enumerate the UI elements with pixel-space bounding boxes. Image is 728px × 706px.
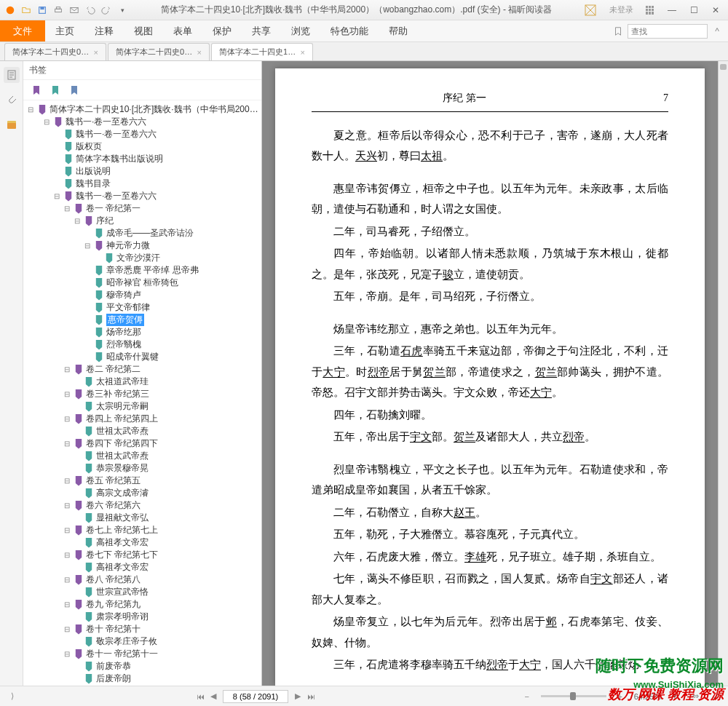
tree-item[interactable]: ⊟卷七上 帝纪第七上 <box>25 524 260 536</box>
tree-item[interactable]: 魏书目录 <box>25 178 260 190</box>
dropdown-icon[interactable]: ▾ <box>115 3 130 17</box>
tree-item[interactable]: 章帝悉鹿 平帝绰 思帝弗 <box>25 264 260 277</box>
tree-item[interactable]: ⊟卷一 帝纪第一 <box>25 202 260 215</box>
menu-help[interactable]: 帮助 <box>379 20 418 41</box>
file-tab[interactable]: 文件 <box>0 20 45 41</box>
tree-item[interactable]: 前废帝恭 <box>25 660 260 673</box>
last-page-icon[interactable]: ⏭ <box>304 690 317 703</box>
tree-item[interactable]: ⊟卷五 帝纪第五 <box>25 475 260 487</box>
tree-item[interactable]: ⊟卷二 帝纪第二 <box>25 363 260 376</box>
save-icon[interactable] <box>35 3 50 17</box>
expand-sidebar-icon[interactable]: ⟩ <box>6 690 19 703</box>
tree-item[interactable]: 后废帝朗 <box>25 673 260 685</box>
first-page-icon[interactable]: ⏮ <box>194 690 207 703</box>
tree-item[interactable]: 出帝修 <box>25 685 260 686</box>
tree-item[interactable]: 版权页 <box>25 140 260 153</box>
document-view[interactable]: 序纪 第一 7 夏之意。桓帝后以帝得众心，恐不利于己子，害帝，遂崩，大人死者数十… <box>262 61 718 686</box>
tree-item[interactable]: 高祖孝文帝宏 <box>25 561 260 574</box>
collapse-ribbon-icon[interactable]: ^ <box>711 25 724 38</box>
tab-close-icon[interactable]: × <box>301 48 305 57</box>
page-number-input[interactable] <box>223 690 288 703</box>
tree-item[interactable]: 敬宗孝庄帝子攸 <box>25 635 260 648</box>
close-icon[interactable]: ✕ <box>706 3 725 17</box>
doc-tab[interactable]: 简体字本二十四史07·[...× <box>108 43 210 60</box>
tree-item[interactable]: 烈帝翳槐 <box>25 338 260 351</box>
tree-item[interactable]: ⊟卷四下 帝纪第四下 <box>25 437 260 450</box>
tree-item[interactable]: 恭宗景穆帝晃 <box>25 462 260 475</box>
tree-item[interactable]: ⊟卷七下 帝纪第七下 <box>25 549 260 561</box>
tree-item[interactable]: ⊟神元帝力微 <box>25 239 260 252</box>
prev-page-icon[interactable]: ◀ <box>207 690 220 703</box>
tree-item[interactable]: 太祖道武帝珪 <box>25 376 260 388</box>
doc-tab-active[interactable]: 简体字本二十四史10·[北...× <box>211 43 313 60</box>
menu-share[interactable]: 共享 <box>242 20 281 41</box>
tree-item[interactable]: ⊟魏书一·卷一至卷六六 <box>25 190 260 202</box>
tab-close-icon[interactable]: × <box>197 48 202 57</box>
tab-close-icon[interactable]: × <box>94 48 98 57</box>
tree-item[interactable]: 昭帝禄官 桓帝猗㐌 <box>25 277 260 289</box>
search-box[interactable] <box>628 24 708 39</box>
undo-icon[interactable] <box>83 3 98 17</box>
login-status[interactable]: 未登录 <box>605 4 638 15</box>
tree-item[interactable]: ⊟卷九 帝纪第九 <box>25 598 260 611</box>
menu-annotate[interactable]: 注释 <box>84 20 124 41</box>
tree-item[interactable]: 魏书一·卷一至卷六六 <box>25 128 260 140</box>
tree-item[interactable]: 昭成帝什翼犍 <box>25 351 260 363</box>
doc-tab[interactable]: 简体字本二十四史02·[...× <box>4 43 106 60</box>
menu-home[interactable]: 主页 <box>45 20 84 41</box>
zoom-knob[interactable] <box>570 692 576 700</box>
tree-item[interactable]: 显祖献文帝弘 <box>25 512 260 524</box>
add-bookmark-icon[interactable] <box>50 84 61 96</box>
tree-item[interactable]: 出版说明 <box>25 165 260 178</box>
tree-root[interactable]: ⊟简体字本二十四史10·[北齐]魏收·魏书（中华书局2000）... <box>25 103 260 116</box>
bookmarks-panel-icon[interactable] <box>4 67 20 83</box>
tree-item[interactable]: 世祖太武帝焘 <box>25 425 260 437</box>
tree-item[interactable]: 穆帝猗卢 <box>25 289 260 301</box>
tree-item[interactable]: 高祖孝文帝宏 <box>25 536 260 549</box>
menu-browse[interactable]: 浏览 <box>281 20 320 41</box>
tree-item[interactable]: ⊟卷十一 帝纪第十一 <box>25 648 260 660</box>
zoom-out-icon[interactable]: − <box>521 690 534 703</box>
tree-item[interactable]: 文帝沙漠汗 <box>25 252 260 264</box>
tree-item[interactable]: ⊟卷三补 帝纪第三 <box>25 388 260 400</box>
tree-item[interactable]: 世宗宣武帝恪 <box>25 586 260 598</box>
menu-features[interactable]: 特色功能 <box>320 20 379 41</box>
special-box-icon[interactable] <box>583 3 602 17</box>
attachments-icon[interactable] <box>4 92 20 108</box>
tree-item[interactable]: ⊟卷八 帝纪第八 <box>25 574 260 586</box>
apps-icon[interactable] <box>641 3 660 17</box>
search-input[interactable] <box>631 27 704 36</box>
minimize-icon[interactable]: — <box>662 3 681 17</box>
tree-item[interactable]: 肃宗孝明帝诩 <box>25 611 260 623</box>
email-icon[interactable] <box>67 3 82 17</box>
scrollbar-thumb[interactable] <box>720 64 727 70</box>
tree-item[interactable]: 惠帝贺傉 <box>25 314 260 326</box>
tree-item[interactable]: 世祖太武帝焘 <box>25 450 260 462</box>
tree-item[interactable]: ⊟卷十 帝纪第十 <box>25 623 260 635</box>
next-page-icon[interactable]: ▶ <box>291 690 304 703</box>
print-icon[interactable] <box>51 3 66 17</box>
zoom-slider[interactable] <box>541 695 606 697</box>
tree-item[interactable]: 简体字本魏书出版说明 <box>25 153 260 165</box>
vertical-scrollbar[interactable] <box>718 61 728 686</box>
menu-form[interactable]: 表单 <box>163 20 202 41</box>
bookmark-tree[interactable]: ⊟简体字本二十四史10·[北齐]魏收·魏书（中华书局2000）...⊟魏书一·卷… <box>23 100 261 686</box>
tree-item[interactable]: 平文帝郁律 <box>25 301 260 314</box>
menu-protect[interactable]: 保护 <box>202 20 242 41</box>
tree-item[interactable]: 高宗文成帝濬 <box>25 487 260 499</box>
bookmark-icon[interactable] <box>612 25 625 38</box>
tree-item[interactable]: 炀帝纥那 <box>25 326 260 338</box>
maximize-icon[interactable]: ☐ <box>684 3 703 17</box>
tree-item[interactable]: ⊟卷六 帝纪第六 <box>25 499 260 512</box>
tree-item[interactable]: 成帝毛——圣武帝诘汾 <box>25 227 260 239</box>
redo-icon[interactable] <box>99 3 114 17</box>
tree-item[interactable]: ⊟魏书一·卷一至卷六六 <box>25 116 260 128</box>
tree-item[interactable]: ⊟序纪 <box>25 215 260 227</box>
expand-all-icon[interactable] <box>31 84 42 96</box>
tree-item[interactable]: 太宗明元帝嗣 <box>25 400 260 413</box>
delete-bookmark-icon[interactable] <box>68 84 80 96</box>
comments-icon[interactable] <box>4 116 20 132</box>
tree-item[interactable]: ⊟卷四上 帝纪第四上 <box>25 413 260 425</box>
menu-view[interactable]: 视图 <box>124 20 163 41</box>
open-icon[interactable] <box>19 3 33 17</box>
